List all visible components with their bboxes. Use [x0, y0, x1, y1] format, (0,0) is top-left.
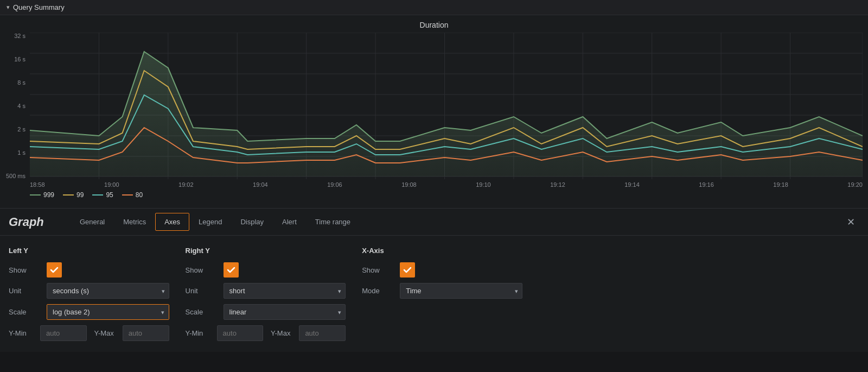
left-y-max-input[interactable]: [123, 325, 169, 341]
tab-axes[interactable]: Axes: [155, 213, 189, 231]
legend-line-95: [92, 194, 103, 196]
query-summary-title: Query Summary: [13, 3, 65, 11]
left-y-scale-wrapper: log (base 2) linear log (base 10) ▾: [47, 304, 169, 320]
chart-title: Duration: [0, 21, 868, 29]
left-y-scale-row: Scale log (base 2) linear log (base 10) …: [9, 304, 169, 320]
axes-content: Left Y Show Unit seconds (s) short: [0, 236, 868, 352]
query-summary-header[interactable]: ▾ Query Summary: [0, 0, 868, 15]
check-icon: [50, 266, 59, 274]
left-y-unit-row: Unit seconds (s) short milliseconds (ms)…: [9, 283, 169, 299]
right-y-unit-wrapper: short seconds (s) milliseconds (ms) ▾: [224, 283, 346, 299]
close-button[interactable]: ✕: [843, 214, 859, 230]
left-y-unit-wrapper: seconds (s) short milliseconds (ms) ▾: [47, 283, 169, 299]
legend-item-99: 99: [63, 191, 84, 199]
graph-panel-title: Graph: [9, 215, 58, 229]
legend-line-99: [63, 194, 74, 196]
tab-general[interactable]: General: [71, 213, 114, 231]
left-y-unit-select[interactable]: seconds (s) short milliseconds (ms): [47, 283, 169, 299]
left-y-title: Left Y: [9, 247, 169, 255]
left-y-unit-label: Unit: [9, 287, 47, 295]
left-y-max-label: Y-Max: [91, 329, 118, 337]
left-y-show-label: Show: [9, 266, 47, 274]
chart-svg-container: [30, 33, 863, 179]
right-y-scale-label: Scale: [186, 308, 224, 316]
legend-item-80: 80: [122, 191, 143, 199]
graph-tab-header: Graph General Metrics Axes Legend Displa…: [0, 209, 868, 236]
chart-legend: 999 99 95 80: [0, 188, 868, 202]
left-y-scale-label: Scale: [9, 308, 47, 316]
x-axis-title: X-Axis: [362, 247, 522, 255]
right-y-show-row: Show: [186, 262, 346, 278]
left-y-show-row: Show: [9, 262, 169, 278]
tab-alert[interactable]: Alert: [273, 213, 306, 231]
left-y-section: Left Y Show Unit seconds (s) short: [9, 247, 186, 346]
right-y-max-wrap: [299, 325, 346, 341]
chevron-icon: ▾: [7, 4, 10, 11]
x-axis-mode-select[interactable]: Time Series Histogram: [400, 283, 522, 299]
x-axis-section: X-Axis Show Mode Time Series: [362, 247, 539, 346]
left-y-minmax-row: Y-Min Y-Max: [9, 325, 169, 341]
y-axis-labels: 32 s 16 s 8 s 4 s 2 s 1 s 500 ms: [0, 33, 30, 179]
right-y-scale-row: Scale linear log (base 2) log (base 10) …: [186, 304, 346, 320]
x-axis-mode-wrapper: Time Series Histogram ▾: [400, 283, 522, 299]
chart-svg: [30, 33, 863, 179]
right-y-max-input[interactable]: [299, 325, 346, 341]
x-axis-show-checkbox[interactable]: [400, 262, 415, 278]
legend-item-999: 999: [30, 191, 54, 199]
x-axis-mode-label: Mode: [362, 287, 400, 295]
right-y-unit-select[interactable]: short seconds (s) milliseconds (ms): [224, 283, 346, 299]
right-spacer: [539, 247, 859, 346]
left-y-min-label: Y-Min: [9, 329, 36, 337]
left-y-show-checkbox[interactable]: [47, 262, 62, 278]
right-y-show-checkbox[interactable]: [224, 262, 239, 278]
right-y-unit-label: Unit: [186, 287, 224, 295]
left-y-scale-select[interactable]: log (base 2) linear log (base 10): [47, 305, 169, 319]
right-y-minmax-row: Y-Min Y-Max: [186, 325, 346, 341]
right-y-scale-wrapper: linear log (base 2) log (base 10) ▾: [224, 304, 346, 320]
x-axis-show-label: Show: [362, 266, 400, 274]
right-y-min-input[interactable]: [217, 325, 264, 341]
right-y-max-label: Y-Max: [267, 329, 295, 337]
x-axis-labels: 18:58 19:00 19:02 19:04 19:06 19:08 19:1…: [0, 179, 868, 188]
right-y-section: Right Y Show Unit short seconds (s): [186, 247, 362, 346]
tab-legend[interactable]: Legend: [189, 213, 231, 231]
x-axis-show-row: Show: [362, 262, 522, 278]
x-axis-mode-row: Mode Time Series Histogram ▾: [362, 283, 522, 299]
tab-metrics[interactable]: Metrics: [114, 213, 155, 231]
legend-item-95: 95: [92, 191, 113, 199]
left-y-min-input[interactable]: [40, 325, 87, 341]
right-y-show-label: Show: [186, 266, 224, 274]
right-y-unit-row: Unit short seconds (s) milliseconds (ms)…: [186, 283, 346, 299]
legend-line-999: [30, 194, 41, 196]
right-y-scale-select[interactable]: linear log (base 2) log (base 10): [224, 304, 346, 320]
tab-display[interactable]: Display: [231, 213, 273, 231]
check-icon-x: [403, 266, 412, 274]
right-y-title: Right Y: [186, 247, 346, 255]
left-y-min-wrap: [40, 325, 87, 341]
right-y-min-label: Y-Min: [186, 329, 213, 337]
check-icon-right: [227, 266, 235, 274]
tab-time-range[interactable]: Time range: [306, 213, 360, 231]
legend-line-80: [122, 194, 133, 196]
chart-container: Duration 32 s 16 s 8 s 4 s 2 s 1 s 500 m…: [0, 15, 868, 208]
left-y-max-wrap: [123, 325, 169, 341]
bottom-panel: Graph General Metrics Axes Legend Displa…: [0, 208, 868, 352]
right-y-min-wrap: [217, 325, 264, 341]
